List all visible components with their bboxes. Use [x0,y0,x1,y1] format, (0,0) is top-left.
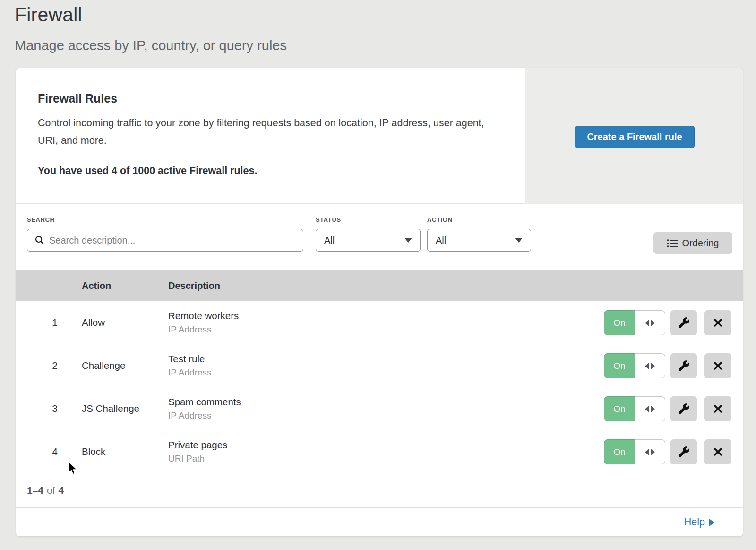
wrench-icon [678,360,690,372]
page-subtitle: Manage access by IP, country, or query r… [15,38,287,53]
section-heading: Firewall Rules [38,92,117,105]
status-selected-value: All [324,235,335,246]
wrench-icon [678,317,690,329]
toggle-handle-icon[interactable] [635,353,665,378]
wrench-icon [678,446,690,458]
delete-rule-button[interactable] [704,396,731,421]
rule-match-type: IP Address [168,367,212,378]
rules-table-body: 1 Allow Remote workers IP Address On [16,301,743,473]
rule-action: Allow [82,301,105,344]
delete-rule-button[interactable] [704,439,731,464]
help-link-label: Help [684,516,705,528]
rule-description: Spam comments [168,396,241,408]
help-row: Help [16,508,743,537]
search-label: SEARCH [27,216,55,223]
rule-enabled-toggle[interactable]: On [604,310,665,335]
ordering-button-label: Ordering [682,238,719,249]
ordering-button[interactable]: Ordering [653,232,732,254]
column-header-action: Action [82,280,111,291]
pagination-of: of [47,485,55,496]
status-label: STATUS [316,216,341,223]
column-header-description: Description [168,280,220,291]
rule-enabled-toggle[interactable]: On [604,353,665,378]
delete-rule-button[interactable] [704,353,731,378]
pagination-total: 4 [59,485,64,496]
status-select[interactable]: All [316,229,421,252]
action-select[interactable]: All [427,229,531,252]
section-description: Control incoming traffic to your zone by… [38,114,487,149]
action-label: ACTION [427,216,452,223]
close-icon [713,404,722,413]
wrench-icon [678,403,690,415]
close-icon [713,361,722,370]
help-link[interactable]: Help [684,516,714,528]
rule-priority: 3 [47,387,62,430]
close-icon [713,318,722,327]
toggle-handle-icon[interactable] [635,310,665,335]
toggle-on-label: On [604,353,635,378]
rule-priority: 1 [47,301,62,344]
edit-rule-button[interactable] [670,353,697,378]
usage-summary: You have used 4 of 1000 active Firewall … [38,165,257,177]
rule-match-type: IP Address [168,324,239,335]
pagination: 1–4 of 4 [16,473,743,508]
search-box [27,229,303,252]
chevron-down-icon [515,238,523,243]
rule-description: Private pages [168,439,227,451]
toggle-on-label: On [604,310,635,335]
edit-rule-button[interactable] [670,439,697,464]
rule-description: Remote workers [168,310,239,322]
overview-section: Firewall Rules Control incoming traffic … [16,68,743,204]
rule-match-type: IP Address [168,410,241,421]
table-row: 4 Block Private pages URI Path On [16,430,743,473]
rule-description: Test rule [168,353,212,365]
action-selected-value: All [436,235,446,246]
rule-action: Challenge [82,344,125,387]
table-header: Action Description [16,270,743,301]
delete-rule-button[interactable] [704,310,731,335]
page-title: Firewall [15,4,82,26]
mouse-cursor [68,461,79,476]
create-firewall-rule-button[interactable]: Create a Firewall rule [575,126,695,148]
search-input[interactable] [49,235,303,246]
edit-rule-button[interactable] [670,310,697,335]
table-row: 1 Allow Remote workers IP Address On [16,301,743,344]
table-row: 2 Challenge Test rule IP Address On [16,344,743,387]
arrow-right-icon [709,519,714,526]
rule-priority: 2 [47,344,62,387]
toggle-handle-icon[interactable] [635,439,665,464]
rule-enabled-toggle[interactable]: On [604,396,665,421]
pagination-range: 1–4 [27,485,43,496]
rule-enabled-toggle[interactable]: On [604,439,665,464]
rule-action: JS Challenge [82,387,139,430]
chevron-down-icon [404,238,412,243]
list-ordering-icon [667,239,678,248]
toggle-handle-icon[interactable] [635,396,665,421]
search-icon [35,236,44,245]
firewall-rules-card: Firewall Rules Control incoming traffic … [16,68,743,537]
rule-action: Block [82,430,105,473]
table-row: 3 JS Challenge Spam comments IP Address … [16,387,743,430]
close-icon [713,447,722,456]
toggle-on-label: On [604,439,635,464]
rule-match-type: URI Path [168,454,227,464]
rule-priority: 4 [47,430,62,473]
edit-rule-button[interactable] [670,396,697,421]
toggle-on-label: On [604,396,635,421]
